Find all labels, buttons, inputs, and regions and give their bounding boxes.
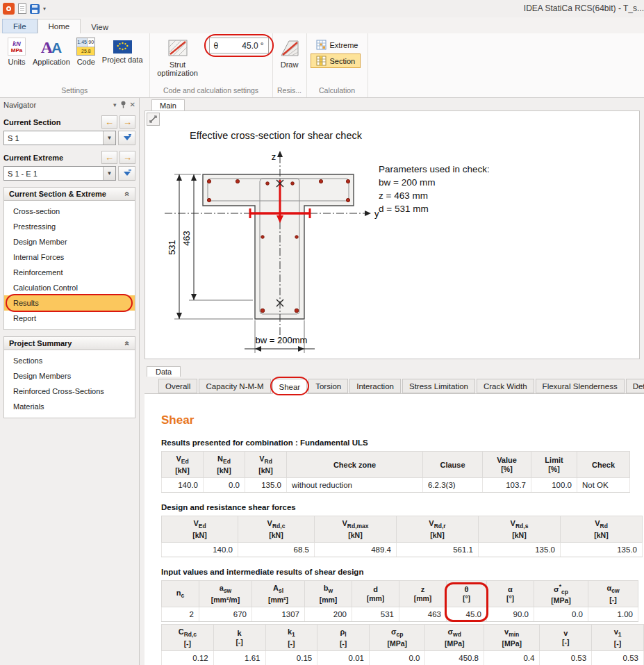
theta-value: 45.0 — [218, 41, 261, 51]
data-tab-flexural-slenderness[interactable]: Flexural Slenderness — [536, 379, 625, 393]
tab-home[interactable]: Home — [38, 19, 81, 33]
group-label-settings: Settings — [0, 85, 149, 97]
table-cell: 135.0 — [561, 543, 643, 557]
collapse-chevron-icon[interactable]: « — [123, 341, 133, 346]
nav-item-design-members[interactable]: Design Members — [4, 368, 135, 384]
current-section-label: Current Section — [3, 118, 99, 126]
extreme-button-label: Extreme — [330, 41, 358, 49]
extreme-icon — [316, 40, 327, 50]
column-header: VRd[kN] — [245, 452, 287, 478]
parameter-d: d = 531 mm — [379, 202, 490, 215]
table-cell: 0.12 — [162, 651, 214, 665]
table-row: 140.00.0135.0without reduction6.2.3(3)10… — [162, 478, 630, 493]
column-header: nc — [162, 581, 199, 607]
close-icon[interactable]: ✕ — [130, 101, 135, 108]
quick-access-dropdown-icon[interactable]: ▾ — [43, 6, 46, 12]
tab-data[interactable]: Data — [147, 366, 181, 377]
data-tab-overall[interactable]: Overall — [158, 379, 197, 393]
theta-annotation: θ 45.0 ° — [209, 38, 269, 54]
current-section-value: S 1 — [4, 131, 103, 145]
next-section-button[interactable]: → — [119, 115, 135, 129]
data-tab-torsion[interactable]: Torsion — [308, 379, 348, 393]
code-button[interactable]: 1.45 90 25.8 Code — [73, 36, 99, 67]
table-cell: 68.5 — [238, 543, 315, 557]
table-cell: 45.0 — [447, 607, 487, 622]
navigator-dropdown-icon[interactable]: ▾ — [113, 101, 117, 108]
nav-item-cross-section[interactable]: Cross-section — [4, 204, 135, 219]
column-header: VEd[kN] — [162, 452, 204, 478]
data-tab-capacity-n-m-m[interactable]: Capacity N-M-M — [199, 379, 270, 393]
pin-icon[interactable] — [120, 101, 126, 108]
nav-item-reinforced-cross-sections[interactable]: Reinforced Cross-Sections — [4, 384, 135, 399]
chevron-down-icon[interactable]: ▼ — [103, 131, 115, 145]
table-cell: 140.0 — [162, 478, 204, 493]
column-header: αcw[-] — [588, 581, 638, 607]
nav-item-materials[interactable]: Materials — [4, 399, 135, 414]
data-tab-stress-limitation[interactable]: Stress Limitation — [402, 379, 475, 393]
nav-section-header-project-summary[interactable]: Project Summary« — [3, 336, 135, 350]
tab-view[interactable]: View — [81, 20, 119, 33]
column-header: NEd[kN] — [204, 452, 245, 478]
table-cell: 0.0 — [370, 651, 425, 665]
column-header: Check — [577, 452, 630, 478]
current-extreme-select[interactable]: S 1 - E 1 ▼ — [3, 166, 116, 181]
data-tab-interaction[interactable]: Interaction — [349, 379, 401, 393]
chevron-down-icon[interactable]: ▼ — [103, 167, 115, 180]
table-cell: 0.01 — [317, 651, 370, 665]
nav-item-calculation-control[interactable]: Calculation Control — [4, 280, 135, 295]
extreme-manager-button[interactable] — [118, 166, 135, 181]
nav-item-report[interactable]: Report — [4, 311, 135, 326]
nav-item-design-member[interactable]: Design Member — [4, 234, 135, 249]
data-content: Shear Results presented for combination … — [145, 394, 644, 665]
save-icon[interactable] — [30, 4, 40, 14]
theta-input[interactable]: θ 45.0 ° — [209, 38, 269, 54]
tab-file[interactable]: File — [2, 19, 38, 33]
table-cell: 103.7 — [483, 478, 531, 493]
data-tab-crack-width[interactable]: Crack Width — [477, 379, 534, 393]
current-extreme-value: S 1 - E 1 — [4, 167, 103, 180]
fit-view-button[interactable] — [147, 113, 160, 126]
application-button[interactable]: A A Application — [30, 36, 73, 67]
table-cell: 0.4 — [484, 651, 540, 665]
previous-section-button[interactable]: ← — [101, 115, 117, 129]
section-button[interactable]: Section — [311, 54, 361, 68]
units-button[interactable]: kN MPa Units — [3, 36, 30, 67]
group-label-calculation: Calculation — [307, 85, 368, 97]
nav-section-header-current-section-extreme[interactable]: Current Section & Extreme« — [3, 187, 135, 201]
column-header: VEd[kN] — [162, 516, 238, 543]
table-cell: Not OK — [577, 478, 630, 493]
section-manager-button[interactable] — [118, 131, 135, 145]
app-icon[interactable] — [3, 3, 15, 15]
table-cell: 1.00 — [588, 607, 638, 622]
table-cell: 531 — [352, 607, 399, 622]
application-icon-letter: A — [51, 40, 62, 56]
strut-optimization-label: Strut optimization — [156, 60, 199, 77]
ribbon-group-calculation: Extreme Section Calculation — [307, 33, 368, 97]
collapse-chevron-icon[interactable]: « — [123, 192, 133, 197]
nav-item-prestressing[interactable]: Prestressing — [4, 219, 135, 234]
data-tab-deta[interactable]: Deta... — [626, 379, 644, 393]
code-icon: 1.45 90 25.8 — [76, 38, 95, 56]
project-data-button[interactable]: Project data — [99, 36, 146, 65]
strut-optimization-button[interactable]: Strut optimization — [154, 36, 202, 79]
next-extreme-button[interactable]: → — [119, 151, 135, 164]
nav-item-sections[interactable]: Sections — [4, 353, 135, 368]
table-cell: 2 — [162, 607, 199, 622]
current-section-select[interactable]: S 1 ▼ — [3, 131, 116, 145]
tab-main[interactable]: Main — [151, 99, 185, 110]
data-tab-shear[interactable]: Shear — [272, 379, 308, 394]
result-tables: Results presented for combination : Fund… — [161, 438, 644, 665]
previous-extreme-button[interactable]: ← — [101, 151, 117, 164]
new-document-icon[interactable] — [18, 3, 26, 14]
drawing-canvas[interactable]: z y — [145, 110, 640, 359]
nav-item-internal-forces[interactable]: Internal Forces — [4, 249, 135, 265]
column-header: VRd,s[kN] — [479, 516, 561, 543]
nav-item-results[interactable]: Results — [4, 295, 135, 311]
draw-button[interactable]: Draw — [276, 36, 303, 70]
nav-item-reinforcement[interactable]: Reinforcement — [4, 265, 135, 280]
extreme-button[interactable]: Extreme — [311, 38, 364, 52]
section-button-label: Section — [330, 57, 356, 65]
main-area: Main z y — [140, 98, 644, 665]
cross-section-drawing: z y — [145, 111, 639, 359]
column-header: Value[%] — [483, 452, 531, 478]
